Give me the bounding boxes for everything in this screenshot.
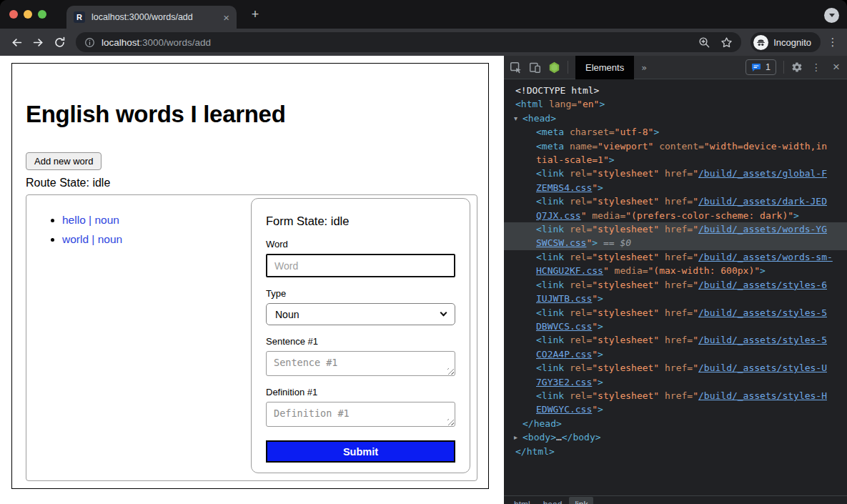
browser-menu-button[interactable]: ⋮ <box>825 36 841 49</box>
node-devtools-button[interactable] <box>548 61 560 74</box>
code-line[interactable]: SWCSW.css"> == $0 <box>504 236 847 249</box>
code-line[interactable]: <link rel="stylesheet" href="/build/_ass… <box>504 278 847 292</box>
incognito-icon <box>756 37 766 48</box>
page-title: English words I learned <box>26 101 488 128</box>
info-icon[interactable] <box>84 37 95 48</box>
sentence-textarea[interactable] <box>266 351 455 376</box>
resize-grip-icon[interactable] <box>447 419 454 425</box>
tab-close-icon[interactable]: × <box>223 12 229 23</box>
code-line[interactable]: Q7JX.css" media="(prefers-color-scheme: … <box>504 209 847 222</box>
code-line[interactable]: tial-scale=1"> <box>504 153 847 167</box>
breadcrumb-item[interactable]: html <box>508 497 536 504</box>
more-tabs-button[interactable]: » <box>641 62 647 73</box>
code-line[interactable]: EDWGYC.css"> <box>504 402 847 416</box>
breadcrumb-item[interactable]: head <box>538 497 568 504</box>
incognito-label: Incognito <box>773 37 811 48</box>
code-line[interactable]: <link rel="stylesheet" href="/build/_ass… <box>504 250 847 264</box>
submit-button[interactable]: Submit <box>266 440 455 463</box>
reload-button[interactable] <box>49 32 69 52</box>
word-input[interactable] <box>266 254 455 277</box>
definition-textarea[interactable] <box>266 402 455 427</box>
back-button[interactable] <box>6 32 26 52</box>
code-line[interactable]: IUJWTB.css"> <box>504 292 847 305</box>
type-label: Type <box>266 288 455 299</box>
sentence-textarea-wrap <box>266 351 455 376</box>
code-line[interactable]: DBWVCS.css"> <box>504 320 847 333</box>
code-line[interactable]: <!DOCTYPE html> <box>504 84 847 97</box>
resize-grip-icon[interactable] <box>447 368 454 375</box>
inspect-icon <box>510 61 522 74</box>
collapse-arrow-icon[interactable]: ▸ <box>514 430 517 444</box>
minimize-window-button[interactable] <box>24 10 32 19</box>
code-line[interactable]: ▸<body>…</body> <box>504 430 847 444</box>
forward-button[interactable] <box>28 32 48 52</box>
incognito-chip[interactable]: Incognito <box>751 32 821 52</box>
type-select[interactable]: Noun <box>266 303 455 325</box>
address-bar-actions <box>698 36 733 49</box>
code-line[interactable]: <meta charset="utf-8"> <box>504 125 847 139</box>
tab-elements[interactable]: Elements <box>575 56 634 79</box>
bookmark-star-icon[interactable] <box>720 36 733 49</box>
breadcrumb-item[interactable]: link <box>569 497 593 504</box>
code-line[interactable]: <link rel="stylesheet" href="/build/_ass… <box>504 306 847 320</box>
code-line[interactable]: <link rel="stylesheet" href="/build/_ass… <box>504 389 847 402</box>
code-line[interactable]: HCNGU2KF.css" media="(max-width: 600px)"… <box>504 264 847 277</box>
dom-tree: <!DOCTYPE html><html lang="en">▾<head><m… <box>504 79 847 495</box>
issues-count: 1 <box>766 62 771 72</box>
add-new-word-button[interactable]: Add new word <box>26 152 101 170</box>
expand-arrow-icon[interactable]: ▾ <box>514 112 517 125</box>
close-window-button[interactable] <box>9 10 18 19</box>
definition-label: Definition #1 <box>266 387 455 397</box>
code-line[interactable]: CO2A4P.css"> <box>504 347 847 361</box>
issues-badge[interactable]: 1 <box>746 59 776 75</box>
devtools-menu-button[interactable]: ⋮ <box>811 61 821 73</box>
word-link[interactable]: world | noun <box>62 233 122 245</box>
new-tab-button[interactable]: + <box>248 7 262 21</box>
devtools-close-button[interactable]: × <box>833 60 840 74</box>
code-line[interactable]: <link rel="stylesheet" href="/build/_ass… <box>504 167 847 180</box>
code-line[interactable]: <link rel="stylesheet" href="/build/_ass… <box>504 361 847 375</box>
code-line[interactable]: </html> <box>504 445 847 458</box>
node-hexagon-icon <box>548 61 560 74</box>
address-bar[interactable]: localhost:3000/words/add <box>76 32 741 52</box>
add-word-form: Form State: idle Word Type Noun Sentence… <box>251 198 470 473</box>
code-line[interactable]: …<link rel="stylesheet" href="/build/_as… <box>504 222 847 236</box>
word-link[interactable]: hello | noun <box>62 214 119 226</box>
tab-strip: R localhost:3000/words/add × + <box>0 0 847 29</box>
browser-tab[interactable]: R localhost:3000/words/add × <box>66 6 237 29</box>
browser-toolbar: localhost:3000/words/add Incognito ⋮ <box>0 29 847 56</box>
devtools-settings-button[interactable] <box>791 61 803 73</box>
devtools-toolbar: Elements » 1 ⋮ × <box>504 56 847 79</box>
code-line[interactable]: <meta name="viewport" content="width=dev… <box>504 139 847 153</box>
issues-bubble-icon <box>751 63 761 72</box>
url-text: localhost:3000/words/add <box>101 37 211 48</box>
code-line[interactable]: ZEMBS4.css"> <box>504 181 847 194</box>
url-host: localhost <box>101 37 139 48</box>
browser-window: R localhost:3000/words/add × + localhost… <box>0 0 847 504</box>
settings-gear-icon <box>791 61 803 73</box>
devtools-panel: Elements » 1 ⋮ × <!DOCTYPE html><html la… <box>504 56 847 504</box>
tab-search-button[interactable] <box>824 8 839 23</box>
device-toolbar-button[interactable] <box>529 61 541 74</box>
back-arrow-icon <box>11 36 23 49</box>
code-line[interactable]: 7GY3E2.css"> <box>504 375 847 389</box>
code-line[interactable]: <html lang="en"> <box>504 97 847 111</box>
route-state-text: Route State: idle <box>26 177 488 189</box>
url-path: :3000/words/add <box>139 37 211 48</box>
zoom-window-button[interactable] <box>38 10 46 19</box>
definition-textarea-wrap <box>266 402 455 427</box>
form-state-text: Form State: idle <box>266 214 455 228</box>
inspect-element-button[interactable] <box>510 61 522 74</box>
code-line[interactable]: <link rel="stylesheet" href="/build/_ass… <box>504 333 847 347</box>
zoom-page-icon[interactable] <box>698 36 710 49</box>
chevron-down-icon <box>829 14 835 17</box>
code-line[interactable]: <link rel="stylesheet" href="/build/_ass… <box>504 194 847 208</box>
toolbar-divider <box>783 61 784 74</box>
reload-icon <box>54 36 66 49</box>
code-line[interactable]: ▾<head> <box>504 112 847 125</box>
web-page: English words I learned Add new word Rou… <box>0 56 504 504</box>
chevron-down-icon <box>440 310 447 317</box>
sentence-label: Sentence #1 <box>266 336 455 347</box>
code-line[interactable]: </head> <box>504 417 847 430</box>
words-panel: hello | nounworld | noun Form State: idl… <box>26 194 477 481</box>
